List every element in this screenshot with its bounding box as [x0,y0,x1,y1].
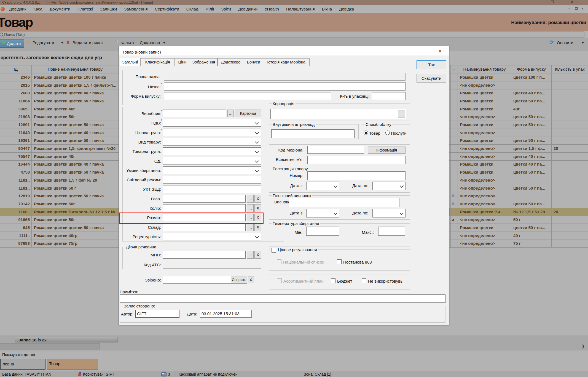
more-button[interactable]: Додатково [140,40,160,45]
radio-tovar[interactable] [364,131,368,135]
reg-to-select[interactable] [372,182,406,190]
window-minimize-icon[interactable]: — [531,0,535,4]
tab-6[interactable]: Бонуси [244,58,263,66]
color-clear-button[interactable]: X [254,204,261,212]
column-header-form[interactable]: Форма випуску [511,65,552,73]
window-maximize-icon[interactable]: ❐ [551,0,554,4]
date-input[interactable]: 03.01.2025 15:31:03 [200,310,252,318]
morion-code-input[interactable] [307,146,364,154]
full-name-input[interactable] [164,73,406,81]
tab-3[interactable]: Ціни [175,58,190,66]
note-input[interactable] [120,294,445,303]
price-group-input[interactable] [163,129,261,136]
dialog-close-icon[interactable]: ✕ [438,49,442,54]
menu-item-8[interactable]: Склад [183,5,202,13]
radio-poslugy[interactable] [385,131,390,135]
ukt-zed-input[interactable] [163,185,261,193]
add-button[interactable]: + Додати [0,39,24,48]
main-more-button[interactable]: … [247,195,254,203]
mdi-minimize-icon[interactable]: – [568,7,570,10]
corporation-input[interactable] [270,109,406,119]
manufacturer-input[interactable] [163,110,226,117]
menu-item-6[interactable]: Замовлення [120,5,151,13]
scroll-right-icon[interactable]: ❯ [582,344,585,348]
mnn-clear-button[interactable]: X [254,251,261,259]
column-header-qty[interactable]: Кількість в упак [552,65,588,73]
tab-7[interactable]: Історія коду Моріона [263,58,310,66]
menu-item-1[interactable]: Довідник [6,5,30,13]
manufacturer-card-button[interactable]: Карточка [235,110,261,117]
mnn-input[interactable] [163,251,246,259]
menu-item-5[interactable]: Залишки [96,5,121,13]
menu-item-9[interactable]: Філії [202,5,218,13]
menu-item-14[interactable]: Вікна [318,5,336,13]
hyg-to-select[interactable] [372,209,406,217]
menu-item-12[interactable]: eHealth [261,5,283,13]
cancel-button[interactable]: Скасувати [417,74,446,83]
bottom-tab-main[interactable]: ловна [0,359,45,370]
unit-input[interactable] [163,157,261,165]
hyg-from-select[interactable] [306,209,339,217]
tab-4[interactable]: Зображення [190,58,218,66]
author-input[interactable]: GIFT [135,310,179,318]
name-input[interactable] [164,82,406,91]
temp-min-input[interactable] [306,227,339,236]
price-regulation-checkbox[interactable] [272,248,276,253]
check-button[interactable]: Сверить [231,277,247,283]
light-mode-input[interactable] [163,176,261,184]
morion-info-button[interactable]: Інформація [368,147,406,154]
bottom-tab-tovar[interactable]: Товар [47,359,98,370]
refresh-button[interactable]: Оновити [557,40,573,45]
tab-5[interactable]: Додатково [218,58,244,66]
scrollbar-thumb[interactable] [0,343,100,350]
main-clear-button[interactable]: X [254,195,261,203]
corporation-more-button[interactable]: … [398,110,405,118]
horizontal-scrollbar[interactable]: ❯ [0,343,588,351]
mdi-restore-icon[interactable]: ❐ [575,7,578,10]
tab-1[interactable]: Загальні [120,58,140,66]
product-group-input[interactable] [163,147,261,155]
menu-item-10[interactable]: Звіти [218,5,235,13]
mnn-more-button[interactable]: … [247,251,254,259]
not-used-checkbox[interactable] [362,278,366,283]
checked-clear-button[interactable]: X [248,277,254,283]
temp-max-input[interactable] [378,227,405,236]
warehouse-clear-button[interactable]: X [254,223,261,231]
form-input[interactable] [164,92,331,100]
world-name-input[interactable] [307,156,406,164]
filter-button[interactable]: Фільтр [121,40,134,45]
warehouse-more-button[interactable]: … [247,223,254,231]
tab-2[interactable]: Класифікація [140,58,175,66]
column-header-sort[interactable]: △ [451,65,458,73]
color-more-button[interactable]: … [247,204,254,212]
storage-conditions-input[interactable] [163,166,261,174]
mdi-close-icon[interactable]: x [582,7,583,10]
menu-item-13[interactable]: Налаштування [283,5,318,13]
show-details-label[interactable]: Показувати деталі [2,352,35,357]
national-list-checkbox[interactable] [277,259,281,264]
barcode-input[interactable] [271,129,355,138]
menu-item-15[interactable]: Довідка [335,5,358,13]
prescription-input[interactable] [163,233,261,240]
vat-input[interactable] [163,119,261,127]
color-input[interactable] [163,204,246,212]
delete-row-button[interactable]: Видалити рядок [73,40,103,45]
search-input[interactable]: Поиск (Tab) [0,31,584,38]
assortment-plan-checkbox[interactable] [277,278,282,283]
ok-button[interactable]: Так [417,60,446,69]
decree-863-checkbox[interactable] [337,259,342,264]
warehouse-input[interactable] [163,223,246,231]
menu-item-4[interactable]: Платежі [74,5,96,13]
reg-from-select[interactable] [306,182,339,190]
column-header-id[interactable]: ІД [0,65,32,73]
menu-item-7[interactable]: Сертифікати [151,5,183,13]
conclusion-input[interactable] [289,198,399,207]
qty-per-pack-input[interactable] [372,92,406,100]
menu-item-2[interactable]: Каса [30,5,46,13]
product-kind-input[interactable] [163,138,261,146]
edit-button[interactable]: Редагувати [33,40,54,45]
reg-number-input[interactable] [307,171,406,180]
window-close-icon[interactable]: ✕ [571,0,573,4]
atc-input[interactable] [163,261,261,269]
manufacturer-more-button[interactable]: … [227,110,234,117]
